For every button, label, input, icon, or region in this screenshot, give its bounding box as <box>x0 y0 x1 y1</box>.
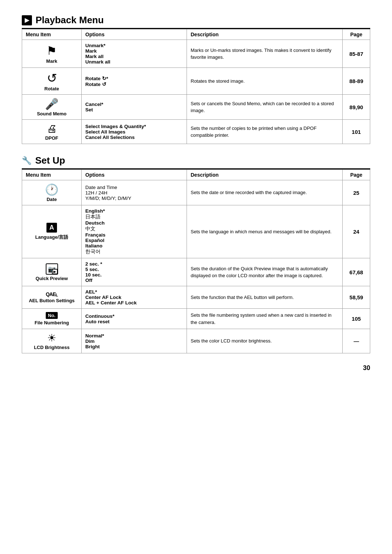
file-numbering-page: 105 <box>343 309 370 329</box>
playback-title-text: Playback Menu <box>36 15 104 26</box>
table-row: ⚑ Mark Unmark* Mark Mark all Unmark all … <box>22 40 370 68</box>
setup-table: Menu Item Options Description Page 🕐 Dat… <box>22 169 370 353</box>
setup-title-text: Set Up <box>35 155 65 166</box>
ael-icon: QAE L <box>26 291 78 297</box>
language-menu-item: A Language/言語 <box>22 205 82 258</box>
rotate-menu-item: ↺ Rotate <box>22 68 82 95</box>
setup-header-options: Options <box>82 170 187 180</box>
ael-description: Sets the function that the AEL button wi… <box>187 286 343 309</box>
table-row: A Language/言語 English* 日本語 Deutsch 中文 Fr… <box>22 205 370 258</box>
ael-menu-item: QAE L AEL Button Settings <box>22 286 82 309</box>
date-description: Sets the date or time recorded with the … <box>187 180 343 205</box>
playback-icon: ▶ <box>22 15 32 25</box>
setup-header-menuitem: Menu Item <box>22 170 82 180</box>
mark-label: Mark <box>46 58 57 64</box>
dpof-page: 101 <box>343 120 370 144</box>
lcd-brightness-icon: ☀ <box>26 332 78 344</box>
lcd-brightness-label: LCD Brightness <box>34 345 69 350</box>
mark-description: Marks or Un-marks stored images. This ma… <box>187 40 343 68</box>
quick-preview-description: Sets the duration of the Quick Preview i… <box>187 258 343 286</box>
rotate-label: Rotate <box>44 86 59 91</box>
setup-icon: 🔧 <box>22 156 32 165</box>
playback-header-menuitem: Menu Item <box>22 29 82 40</box>
dpof-menu-item: 🖨 DPOF <box>22 120 82 144</box>
file-numbering-icon: No. <box>46 312 58 319</box>
date-options: Date and Time 12H / 24H Y/M/D; M/D/Y; D/… <box>82 180 187 205</box>
playback-header-options: Options <box>82 29 187 40</box>
quick-preview-icon: 📷 ▶ <box>46 263 58 275</box>
quick-preview-label: Quick Preview <box>36 276 68 281</box>
date-menu-item: 🕐 Date <box>22 180 82 205</box>
setup-section-title: 🔧 Set Up <box>22 155 370 169</box>
language-icon: A <box>46 223 57 233</box>
lcd-brightness-options: Normal* Dim Bright <box>82 329 187 353</box>
ael-page: 58,59 <box>343 286 370 309</box>
file-numbering-label: File Numbering <box>34 320 69 325</box>
sound-memo-label: Sound Memo <box>37 111 67 116</box>
lcd-brightness-menu-item: ☀ LCD Brightness <box>22 329 82 353</box>
sound-memo-page: 89,90 <box>343 95 370 120</box>
rotate-icon: ↺ <box>26 71 78 85</box>
quick-preview-menu-item: 📷 ▶ Quick Preview <box>22 258 82 286</box>
table-row: ☀ LCD Brightness Normal* Dim Bright Sets… <box>22 329 370 353</box>
playback-table: Menu Item Options Description Page ⚑ Mar… <box>22 29 370 144</box>
file-numbering-description: Sets the file numbering system used when… <box>187 309 343 329</box>
sound-memo-icon: 🎤 <box>26 98 78 110</box>
playback-section: ▶ Playback Menu Menu Item Options Descri… <box>22 15 370 144</box>
lcd-brightness-page: — <box>343 329 370 353</box>
quick-preview-options: 2 sec. * 5 sec. 10 sec. Off <box>82 258 187 286</box>
rotate-page: 88-89 <box>343 68 370 95</box>
mark-page: 85-87 <box>343 40 370 68</box>
mark-options: Unmark* Mark Mark all Unmark all <box>82 40 187 68</box>
playback-header-page: Page <box>343 29 370 40</box>
dpof-label: DPOF <box>45 135 58 141</box>
sound-memo-options: Cancel* Set <box>82 95 187 120</box>
ael-options: AEL* Center AF Lock AEL + Center AF Lock <box>82 286 187 309</box>
ael-label: AEL Button Settings <box>29 298 74 303</box>
sound-memo-menu-item: 🎤 Sound Memo <box>22 95 82 120</box>
lcd-brightness-description: Sets the color LCD monitor brightness. <box>187 329 343 353</box>
date-label: Date <box>46 197 57 202</box>
file-numbering-options: Continuous* Auto reset <box>82 309 187 329</box>
sound-memo-description: Sets or cancels the Sound Memo, which ca… <box>187 95 343 120</box>
language-description: Sets the language in which menus and mes… <box>187 205 343 258</box>
playback-section-title: ▶ Playback Menu <box>22 15 370 29</box>
page-number: 30 <box>22 364 370 372</box>
date-page: 25 <box>343 180 370 205</box>
file-numbering-menu-item: No. File Numbering <box>22 309 82 329</box>
table-row: 🕐 Date Date and Time 12H / 24H Y/M/D; M/… <box>22 180 370 205</box>
language-page: 24 <box>343 205 370 258</box>
quick-preview-page: 67,68 <box>343 258 370 286</box>
table-row: ↺ Rotate Rotate ↻* Rotate ↺ Rotates the … <box>22 68 370 95</box>
setup-section: 🔧 Set Up Menu Item Options Description P… <box>22 155 370 353</box>
dpof-options: Select Images & Quantity* Select All Ima… <box>82 120 187 144</box>
table-row: 🎤 Sound Memo Cancel* Set Sets or cancels… <box>22 95 370 120</box>
table-row: No. File Numbering Continuous* Auto rese… <box>22 309 370 329</box>
playback-header-description: Description <box>187 29 343 40</box>
language-options: English* 日本語 Deutsch 中文 Français Español… <box>82 205 187 258</box>
table-row: QAE L AEL Button Settings AEL* Center AF… <box>22 286 370 309</box>
date-icon: 🕐 <box>26 183 78 196</box>
rotate-options: Rotate ↻* Rotate ↺ <box>82 68 187 95</box>
table-row: 📷 ▶ Quick Preview 2 sec. * 5 sec. 10 sec… <box>22 258 370 286</box>
setup-header-page: Page <box>343 170 370 180</box>
dpof-description: Sets the number of copies to be printed … <box>187 120 343 144</box>
rotate-description: Rotates the stored image. <box>187 68 343 95</box>
mark-icon: ⚑ <box>26 44 78 58</box>
language-label: Language/言語 <box>35 234 68 240</box>
setup-header-description: Description <box>187 170 343 180</box>
table-row: 🖨 DPOF Select Images & Quantity* Select … <box>22 120 370 144</box>
mark-menu-item: ⚑ Mark <box>22 40 82 68</box>
dpof-icon: 🖨 <box>26 123 78 135</box>
